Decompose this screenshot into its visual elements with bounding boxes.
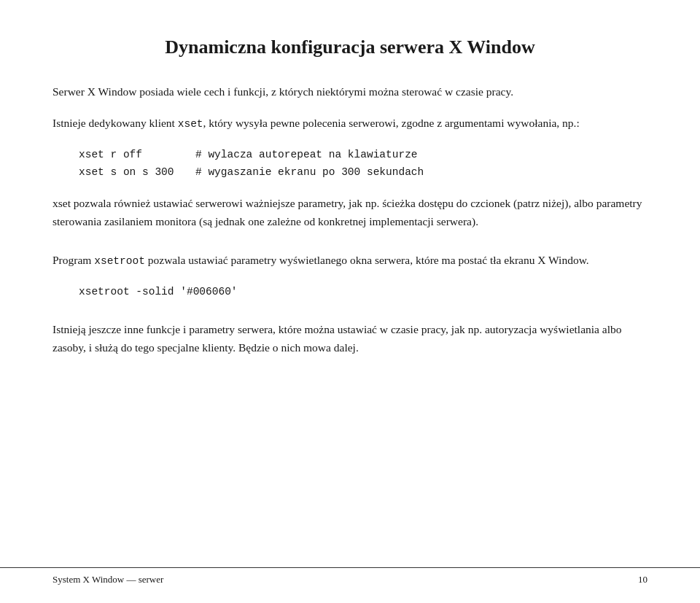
footer: System X Window — serwer 10 bbox=[0, 567, 700, 586]
paragraph-5-text: Istnieją jeszcze inne funkcje i parametr… bbox=[52, 323, 622, 354]
code-cmd-2: xset s on s 300 bbox=[79, 163, 195, 182]
code-line-2: xset s on s 300# wygaszanie ekranu po 30… bbox=[79, 163, 648, 182]
code-line-xsetroot: xsetroot -solid '#006060' bbox=[79, 283, 648, 301]
paragraph-2: Istnieje dedykowany klient xset, który w… bbox=[52, 114, 648, 133]
code-block-xset: xset r off# wylacza autorepeat na klawia… bbox=[79, 146, 648, 182]
paragraph-4-code: xsetroot bbox=[94, 255, 145, 267]
paragraph-4-end: pozwala ustawiać parametry wyświetlanego… bbox=[145, 254, 589, 266]
code-line-1: xset r off# wylacza autorepeat na klawia… bbox=[79, 146, 648, 164]
paragraph-2-end: , który wysyła pewne polecenia serwerowi… bbox=[203, 117, 580, 129]
code-cmd-1: xset r off bbox=[79, 146, 195, 164]
code-comment-1: # wylacza autorepeat na klawiaturze bbox=[195, 146, 418, 164]
paragraph-3: xset pozwala również ustawiać serwerowi … bbox=[52, 195, 648, 231]
page-container: Dynamiczna konfiguracja serwera X Window… bbox=[0, 0, 700, 603]
code-comment-2: # wygaszanie ekranu po 300 sekundach bbox=[195, 163, 424, 182]
footer-right: 10 bbox=[638, 574, 648, 586]
paragraph-4-start: Program bbox=[52, 254, 94, 266]
paragraph-1: Serwer X Window posiada wiele cech i fun… bbox=[52, 83, 648, 101]
paragraph-5: Istnieją jeszcze inne funkcje i parametr… bbox=[52, 321, 648, 357]
code-block-xsetroot: xsetroot -solid '#006060' bbox=[79, 283, 648, 301]
code-xsetroot: xsetroot -solid '#006060' bbox=[79, 283, 238, 301]
footer-left: System X Window — serwer bbox=[52, 574, 163, 586]
paragraph-2-code: xset bbox=[178, 118, 203, 130]
paragraph-1-text: Serwer X Window posiada wiele cech i fun… bbox=[52, 85, 513, 98]
paragraph-2-start: Istnieje dedykowany klient bbox=[52, 117, 178, 129]
page-title: Dynamiczna konfiguracja serwera X Window bbox=[52, 35, 648, 60]
paragraph-3-text: xset pozwala również ustawiać serwerowi … bbox=[52, 197, 642, 227]
paragraph-4: Program xsetroot pozwala ustawiać parame… bbox=[52, 252, 648, 270]
